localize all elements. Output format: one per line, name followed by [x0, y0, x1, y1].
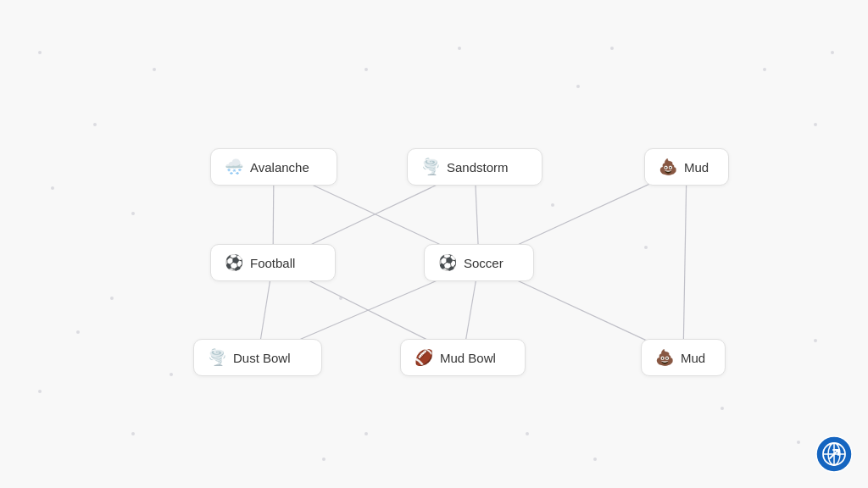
- node-label-soccer: Soccer: [464, 256, 504, 270]
- connector-line: [683, 167, 687, 358]
- decorative-dot: [51, 186, 54, 190]
- decorative-dot: [38, 51, 42, 54]
- node-emoji-sandstorm: 🌪️: [421, 159, 440, 175]
- decorative-dot: [322, 458, 326, 461]
- app-logo: [815, 435, 853, 473]
- node-card-football[interactable]: ⚽Football: [210, 244, 336, 281]
- node-card-sandstorm[interactable]: 🌪️Sandstorm: [407, 148, 542, 186]
- decorative-dot: [93, 123, 97, 126]
- node-emoji-dustbowl: 🌪️: [208, 350, 226, 365]
- decorative-dot: [153, 68, 156, 71]
- node-label-mud2: Mud: [681, 351, 705, 365]
- decorative-dot: [576, 85, 580, 88]
- decorative-dot: [721, 407, 724, 410]
- decorative-dot: [814, 339, 817, 342]
- decorative-dot: [593, 458, 597, 461]
- node-label-mudbowl: Mud Bowl: [440, 351, 496, 365]
- decorative-dot: [339, 297, 342, 300]
- decorative-dot: [831, 51, 834, 54]
- node-emoji-avalanche: 🌨️: [225, 159, 243, 175]
- decorative-dot: [170, 373, 173, 376]
- decorative-dot: [38, 390, 42, 393]
- decorative-dot: [551, 203, 554, 207]
- decorative-dot: [610, 47, 614, 50]
- node-label-football: Football: [250, 256, 295, 270]
- decorative-dot: [526, 432, 529, 435]
- decorative-dot: [131, 432, 135, 435]
- decorative-dot: [458, 47, 461, 50]
- node-card-dustbowl[interactable]: 🌪️Dust Bowl: [193, 339, 322, 376]
- node-label-sandstorm: Sandstorm: [447, 160, 509, 175]
- node-card-mud1[interactable]: 💩Mud: [644, 148, 729, 186]
- decorative-dot: [364, 432, 368, 435]
- decorative-dot: [814, 123, 817, 126]
- node-label-avalanche: Avalanche: [250, 160, 309, 175]
- node-emoji-mudbowl: 🏈: [415, 350, 433, 365]
- decorative-dot: [364, 68, 368, 71]
- node-label-dustbowl: Dust Bowl: [233, 351, 291, 365]
- decorative-dot: [110, 297, 114, 300]
- node-card-mudbowl[interactable]: 🏈Mud Bowl: [400, 339, 526, 376]
- decorative-dot: [797, 441, 800, 444]
- node-card-soccer[interactable]: ⚽Soccer: [424, 244, 534, 281]
- node-card-avalanche[interactable]: 🌨️Avalanche: [210, 148, 337, 186]
- node-emoji-mud1: 💩: [659, 159, 677, 175]
- node-card-mud2[interactable]: 💩Mud: [641, 339, 726, 376]
- decorative-dot: [76, 330, 80, 334]
- decorative-dot: [644, 246, 648, 249]
- node-emoji-mud2: 💩: [655, 350, 674, 365]
- node-label-mud1: Mud: [684, 160, 709, 175]
- node-emoji-football: ⚽: [225, 255, 243, 270]
- decorative-dot: [763, 68, 766, 71]
- node-emoji-soccer: ⚽: [438, 255, 457, 270]
- decorative-dot: [131, 212, 135, 215]
